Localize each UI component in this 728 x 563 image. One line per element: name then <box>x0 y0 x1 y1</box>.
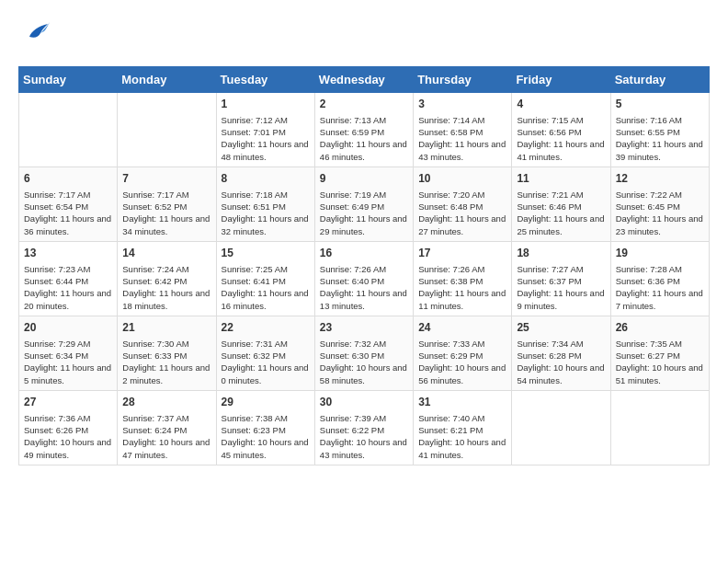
calendar-cell: 9Sunrise: 7:19 AM Sunset: 6:49 PM Daylig… <box>314 167 413 241</box>
cell-content: Sunrise: 7:17 AM Sunset: 6:54 PM Dayligh… <box>24 189 112 237</box>
page-header <box>18 18 710 52</box>
day-number: 11 <box>517 171 605 187</box>
day-header-saturday: Saturday <box>610 67 709 93</box>
day-header-sunday: Sunday <box>19 67 118 93</box>
calendar-cell <box>512 390 610 465</box>
cell-content: Sunrise: 7:19 AM Sunset: 6:49 PM Dayligh… <box>320 189 408 237</box>
day-number: 10 <box>418 171 506 187</box>
calendar-cell: 29Sunrise: 7:38 AM Sunset: 6:23 PM Dayli… <box>216 390 314 465</box>
day-number: 2 <box>320 97 408 112</box>
cell-content: Sunrise: 7:34 AM Sunset: 6:28 PM Dayligh… <box>517 338 605 386</box>
day-number: 28 <box>122 395 210 410</box>
cell-content: Sunrise: 7:27 AM Sunset: 6:37 PM Dayligh… <box>517 263 605 312</box>
day-number: 13 <box>24 246 112 261</box>
calendar-cell: 31Sunrise: 7:40 AM Sunset: 6:21 PM Dayli… <box>414 390 512 465</box>
day-number: 20 <box>24 320 112 336</box>
day-header-monday: Monday <box>118 67 216 93</box>
cell-content: Sunrise: 7:35 AM Sunset: 6:27 PM Dayligh… <box>616 338 704 386</box>
day-number: 12 <box>616 171 704 187</box>
cell-content: Sunrise: 7:16 AM Sunset: 6:55 PM Dayligh… <box>616 114 704 163</box>
day-number: 14 <box>122 246 210 261</box>
cell-content: Sunrise: 7:21 AM Sunset: 6:46 PM Dayligh… <box>517 189 605 237</box>
calendar-week-1: 1Sunrise: 7:12 AM Sunset: 7:01 PM Daylig… <box>19 93 710 167</box>
cell-content: Sunrise: 7:23 AM Sunset: 6:44 PM Dayligh… <box>24 263 112 312</box>
day-number: 9 <box>320 171 408 187</box>
calendar-cell: 3Sunrise: 7:14 AM Sunset: 6:58 PM Daylig… <box>414 93 512 167</box>
logo-bird-icon <box>22 18 51 52</box>
cell-content: Sunrise: 7:38 AM Sunset: 6:23 PM Dayligh… <box>222 412 310 461</box>
day-number: 21 <box>122 320 210 336</box>
logo <box>18 18 51 52</box>
calendar-cell: 5Sunrise: 7:16 AM Sunset: 6:55 PM Daylig… <box>610 93 709 167</box>
calendar-cell: 26Sunrise: 7:35 AM Sunset: 6:27 PM Dayli… <box>610 316 709 390</box>
calendar-cell: 4Sunrise: 7:15 AM Sunset: 6:56 PM Daylig… <box>512 93 610 167</box>
calendar-week-4: 20Sunrise: 7:29 AM Sunset: 6:34 PM Dayli… <box>19 316 710 390</box>
cell-content: Sunrise: 7:37 AM Sunset: 6:24 PM Dayligh… <box>122 412 210 461</box>
cell-content: Sunrise: 7:13 AM Sunset: 6:59 PM Dayligh… <box>320 114 408 163</box>
calendar-week-2: 6Sunrise: 7:17 AM Sunset: 6:54 PM Daylig… <box>19 167 710 241</box>
calendar-cell <box>118 93 216 167</box>
day-number: 23 <box>320 320 408 336</box>
day-number: 6 <box>24 171 112 187</box>
cell-content: Sunrise: 7:26 AM Sunset: 6:40 PM Dayligh… <box>320 263 408 312</box>
calendar-cell: 7Sunrise: 7:17 AM Sunset: 6:52 PM Daylig… <box>118 167 216 241</box>
cell-content: Sunrise: 7:32 AM Sunset: 6:30 PM Dayligh… <box>320 338 408 386</box>
calendar-cell: 27Sunrise: 7:36 AM Sunset: 6:26 PM Dayli… <box>19 390 118 465</box>
cell-content: Sunrise: 7:31 AM Sunset: 6:32 PM Dayligh… <box>222 338 310 386</box>
calendar-cell: 11Sunrise: 7:21 AM Sunset: 6:46 PM Dayli… <box>512 167 610 241</box>
cell-content: Sunrise: 7:15 AM Sunset: 6:56 PM Dayligh… <box>517 114 605 163</box>
calendar-cell: 16Sunrise: 7:26 AM Sunset: 6:40 PM Dayli… <box>314 241 413 316</box>
cell-content: Sunrise: 7:17 AM Sunset: 6:52 PM Dayligh… <box>122 189 210 237</box>
cell-content: Sunrise: 7:40 AM Sunset: 6:21 PM Dayligh… <box>418 412 506 461</box>
day-number: 15 <box>222 246 310 261</box>
calendar-week-3: 13Sunrise: 7:23 AM Sunset: 6:44 PM Dayli… <box>19 241 710 316</box>
calendar-cell: 14Sunrise: 7:24 AM Sunset: 6:42 PM Dayli… <box>118 241 216 316</box>
calendar-cell: 2Sunrise: 7:13 AM Sunset: 6:59 PM Daylig… <box>314 93 413 167</box>
calendar-cell: 28Sunrise: 7:37 AM Sunset: 6:24 PM Dayli… <box>118 390 216 465</box>
day-number: 16 <box>320 246 408 261</box>
day-number: 8 <box>222 171 310 187</box>
day-number: 3 <box>418 97 506 112</box>
calendar-cell <box>610 390 709 465</box>
cell-content: Sunrise: 7:25 AM Sunset: 6:41 PM Dayligh… <box>222 263 310 312</box>
day-number: 29 <box>222 395 310 410</box>
day-number: 31 <box>418 395 506 410</box>
calendar-cell: 25Sunrise: 7:34 AM Sunset: 6:28 PM Dayli… <box>512 316 610 390</box>
calendar-cell: 24Sunrise: 7:33 AM Sunset: 6:29 PM Dayli… <box>414 316 512 390</box>
cell-content: Sunrise: 7:36 AM Sunset: 6:26 PM Dayligh… <box>24 412 112 461</box>
calendar-table: SundayMondayTuesdayWednesdayThursdayFrid… <box>18 66 710 465</box>
calendar-cell: 21Sunrise: 7:30 AM Sunset: 6:33 PM Dayli… <box>118 316 216 390</box>
cell-content: Sunrise: 7:30 AM Sunset: 6:33 PM Dayligh… <box>122 338 210 386</box>
day-number: 17 <box>418 246 506 261</box>
calendar-cell: 12Sunrise: 7:22 AM Sunset: 6:45 PM Dayli… <box>610 167 709 241</box>
day-number: 1 <box>222 97 310 112</box>
day-number: 18 <box>517 246 605 261</box>
day-number: 22 <box>222 320 310 336</box>
day-number: 27 <box>24 395 112 410</box>
cell-content: Sunrise: 7:26 AM Sunset: 6:38 PM Dayligh… <box>418 263 506 312</box>
cell-content: Sunrise: 7:33 AM Sunset: 6:29 PM Dayligh… <box>418 338 506 386</box>
day-header-wednesday: Wednesday <box>314 67 413 93</box>
cell-content: Sunrise: 7:20 AM Sunset: 6:48 PM Dayligh… <box>418 189 506 237</box>
cell-content: Sunrise: 7:29 AM Sunset: 6:34 PM Dayligh… <box>24 338 112 386</box>
day-number: 26 <box>616 320 704 336</box>
calendar-cell: 1Sunrise: 7:12 AM Sunset: 7:01 PM Daylig… <box>216 93 314 167</box>
calendar-cell: 17Sunrise: 7:26 AM Sunset: 6:38 PM Dayli… <box>414 241 512 316</box>
cell-content: Sunrise: 7:28 AM Sunset: 6:36 PM Dayligh… <box>616 263 704 312</box>
cell-content: Sunrise: 7:22 AM Sunset: 6:45 PM Dayligh… <box>616 189 704 237</box>
day-header-friday: Friday <box>512 67 610 93</box>
day-header-thursday: Thursday <box>414 67 512 93</box>
day-number: 19 <box>616 246 704 261</box>
calendar-cell: 13Sunrise: 7:23 AM Sunset: 6:44 PM Dayli… <box>19 241 118 316</box>
calendar-cell: 20Sunrise: 7:29 AM Sunset: 6:34 PM Dayli… <box>19 316 118 390</box>
day-number: 4 <box>517 97 605 112</box>
day-number: 7 <box>122 171 210 187</box>
day-number: 25 <box>517 320 605 336</box>
calendar-header-row: SundayMondayTuesdayWednesdayThursdayFrid… <box>19 67 710 93</box>
calendar-cell: 8Sunrise: 7:18 AM Sunset: 6:51 PM Daylig… <box>216 167 314 241</box>
cell-content: Sunrise: 7:12 AM Sunset: 7:01 PM Dayligh… <box>222 114 310 163</box>
calendar-cell: 15Sunrise: 7:25 AM Sunset: 6:41 PM Dayli… <box>216 241 314 316</box>
calendar-cell: 19Sunrise: 7:28 AM Sunset: 6:36 PM Dayli… <box>610 241 709 316</box>
day-number: 30 <box>320 395 408 410</box>
calendar-cell: 23Sunrise: 7:32 AM Sunset: 6:30 PM Dayli… <box>314 316 413 390</box>
